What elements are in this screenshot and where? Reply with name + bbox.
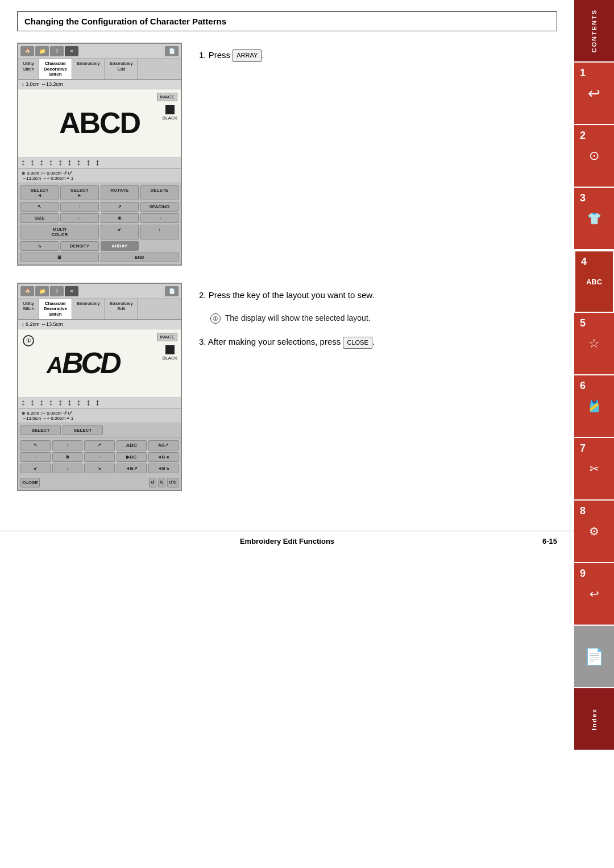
delete-btn[interactable]: DELETE	[140, 185, 179, 200]
s2-right[interactable]: →	[84, 452, 114, 462]
screen-icon-other[interactable]: ≡	[65, 46, 78, 56]
end-btn[interactable]: END	[101, 253, 179, 262]
screen2-icon-folder[interactable]: 📁	[35, 286, 49, 296]
machine-screen-2: 🏠 📁 ? ≡ 📄 UtilityStitch CharacterDecorat…	[17, 283, 182, 491]
sidebar-tab-7[interactable]: 7 ✂	[574, 438, 614, 501]
screen-tab-edit[interactable]: EmbroideryEdit	[105, 59, 138, 79]
screen-icon-folder[interactable]: 📁	[35, 46, 49, 56]
tab-2-icon: ⊙	[589, 148, 599, 163]
step-2-text: Press the key of the layout you want to …	[209, 290, 375, 300]
density-btn[interactable]: DENSITY	[60, 241, 98, 251]
layout-arc2[interactable]: ◄B↗	[117, 464, 147, 473]
sidebar-tab-1[interactable]: 1 ↩	[574, 63, 614, 125]
screen2-tab-edit[interactable]: EmbroideryEdit	[105, 299, 138, 319]
tab-7-icon: ✂	[590, 462, 599, 476]
move-left-btn[interactable]: ←	[60, 213, 98, 223]
footer-center: Embroidery Edit Functions	[240, 537, 334, 545]
image-button-2[interactable]: IMAGE	[157, 333, 177, 341]
close-key[interactable]: CLOSE	[343, 337, 372, 349]
page-footer: Embroidery Edit Functions 6-15	[0, 531, 574, 551]
step-1-num: 1.	[199, 50, 209, 60]
layout-arc-b[interactable]: ◄B◄	[148, 452, 179, 462]
footer-right: 6-15	[334, 537, 557, 545]
screen2-icon-other[interactable]: ≡	[65, 286, 78, 296]
tab-9-num: 9	[580, 568, 586, 580]
screen-buttons-1: SELECT◄ SELECT► ROTATE DELETE ↖ ↑ ↗ SPAC…	[18, 183, 181, 264]
sidebar-tab-8[interactable]: 8 ⚙	[574, 501, 614, 563]
close-row: CLOSE ↺ ↻ ↺↻	[18, 476, 181, 490]
screen-display-text-2: ABCD	[47, 346, 119, 380]
s2-upleft[interactable]: ↖	[20, 440, 51, 450]
tab-7-num: 7	[580, 443, 586, 454]
doc-icon: 📄	[584, 647, 604, 666]
s2-up[interactable]: ↑	[52, 440, 82, 450]
layout-btn[interactable]: ⊞	[20, 253, 99, 262]
move-upright-btn[interactable]: ↗	[101, 202, 139, 212]
extra-btn[interactable]: ↺↻	[167, 478, 179, 487]
color-box-2	[165, 345, 175, 354]
select-next-btn[interactable]: SELECT►	[60, 185, 98, 200]
screen-icon-page[interactable]: 📄	[165, 46, 179, 56]
sidebar-tab-contents[interactable]: CONTENTS	[574, 0, 614, 63]
color-box	[165, 105, 175, 114]
screen-icon-question[interactable]: ?	[50, 46, 64, 56]
array-btn-1[interactable]: ARRAY	[101, 241, 139, 251]
center-btn[interactable]: ⊕	[101, 213, 139, 223]
s2-downright[interactable]: ↘	[84, 464, 114, 473]
size-btn[interactable]: SIZE	[20, 213, 59, 223]
image-button[interactable]: IMAGE	[157, 93, 177, 101]
select-btn-r[interactable]: SELECT	[63, 425, 103, 435]
redo-btn[interactable]: ↻	[158, 478, 165, 487]
select-btn-l[interactable]: SELECT	[20, 425, 61, 435]
tab-3-num: 3	[580, 192, 586, 204]
screen2-icon-house[interactable]: 🏠	[20, 286, 34, 296]
move-upleft-btn[interactable]: ↖	[20, 202, 59, 212]
multicolor-btn[interactable]: MULTICOLOR	[20, 225, 99, 239]
move-downleft-btn[interactable]: ↙	[101, 225, 139, 239]
s2-upright[interactable]: ↗	[84, 440, 114, 450]
sidebar-tab-3[interactable]: 3 👕	[574, 188, 614, 250]
sidebar-tab-9[interactable]: 9 ↩	[574, 563, 614, 626]
section-1: 🏠 📁 ? ≡ 📄 UtilityStitch CharacterDecorat…	[17, 43, 557, 266]
rotate-btn[interactable]: ROTATE	[101, 185, 139, 200]
select-prev-btn[interactable]: SELECT◄	[20, 185, 59, 200]
sidebar-tab-2[interactable]: 2 ⊙	[574, 125, 614, 188]
screen2-icon-page[interactable]: 📄	[165, 286, 179, 296]
tab-4-icon: ABC	[586, 278, 602, 286]
sidebar-tab-4[interactable]: 4 ABC	[574, 250, 614, 313]
screen2-icon-question[interactable]: ?	[50, 286, 64, 296]
sidebar-tab-6[interactable]: 6 🎽	[574, 375, 614, 438]
screen2-tab-utility[interactable]: UtilityStitch	[18, 299, 39, 319]
move-down-btn[interactable]: ↓	[140, 225, 179, 239]
screen2-tab-character[interactable]: CharacterDecorativeStitch	[39, 299, 72, 319]
move-right-btn[interactable]: →	[140, 213, 179, 223]
sidebar-tab-5[interactable]: 5 ☆	[574, 313, 614, 375]
s2-center[interactable]: ⊕	[52, 452, 82, 462]
layout-arc-bc[interactable]: ▶BC	[117, 452, 147, 462]
s2-down[interactable]: ↓	[52, 464, 82, 473]
undo-btn[interactable]: ↺	[149, 478, 156, 487]
close-button[interactable]: CLOSE	[20, 478, 40, 487]
array-key[interactable]: ARRAY	[233, 49, 262, 62]
s2-downleft[interactable]: ↙	[20, 464, 51, 473]
screen-tab-embroidery[interactable]: Embroidery	[72, 59, 105, 79]
s2-left[interactable]: ←	[20, 452, 51, 462]
screen2-tab-embroidery[interactable]: Embroidery	[72, 299, 105, 319]
section-2: 🏠 📁 ? ≡ 📄 UtilityStitch CharacterDecorat…	[17, 283, 557, 491]
move-up-btn[interactable]: ↑	[60, 202, 98, 212]
screen-tab-character[interactable]: CharacterDecorativeStitch	[39, 59, 72, 79]
tab-8-icon: ⚙	[589, 524, 599, 538]
screen-tab-utility[interactable]: UtilityStitch	[18, 59, 39, 79]
sidebar-tab-index[interactable]: Index	[574, 688, 614, 751]
layout-arc3[interactable]: ◄B↘	[148, 464, 179, 473]
screen-icon-house[interactable]: 🏠	[20, 46, 34, 56]
tab-6-num: 6	[580, 380, 586, 392]
screen-buttons-2: ↖ ↑ ↗ ABC AB↗ ← ⊕ → ▶BC ◄B◄ ↙ ↓ ↘ ◄B↗ ◄B…	[18, 438, 181, 476]
circle-indicator: ①	[23, 335, 34, 346]
sidebar-tab-doc[interactable]: 📄	[574, 626, 614, 688]
spacing-btn[interactable]: SPACING	[140, 202, 179, 212]
move-downright-btn[interactable]: ↘	[20, 241, 59, 251]
layout-ab-arc[interactable]: AB↗	[148, 440, 179, 450]
layout-abc-btn[interactable]: ABC	[117, 440, 147, 450]
color-label-2: BLACK	[163, 356, 177, 361]
